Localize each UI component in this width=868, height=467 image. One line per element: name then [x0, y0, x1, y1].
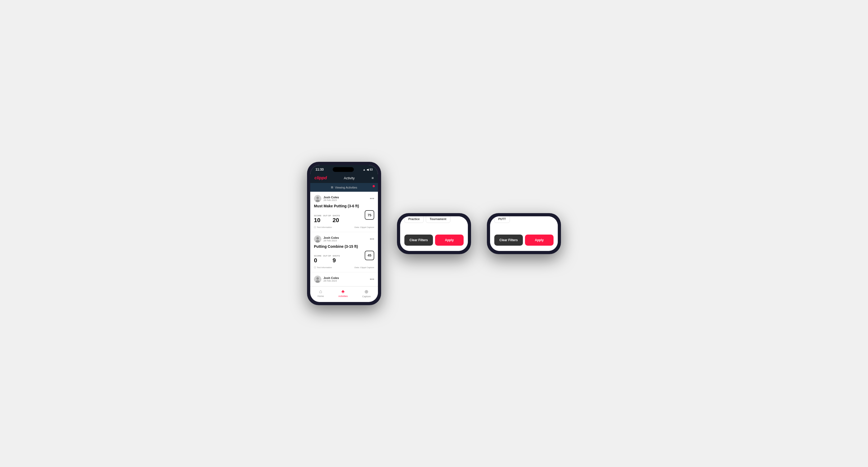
sheet-body-2: Show Rounds Practice Drills Rounds Pract… [400, 216, 468, 231]
activities-icon-1: ♣ [341, 289, 345, 294]
filter-sheet-2: Filter ✕ Show Rounds Practice Drills Rou… [400, 216, 468, 251]
red-dot-1 [373, 185, 375, 187]
more-dots-1[interactable]: ••• [370, 196, 374, 201]
phone-2: 11:33 ▲ ◀ 53 clippd Activity ≡ [397, 213, 471, 254]
practice-round-option-2[interactable]: Practice [404, 216, 424, 223]
user-date-1: 28 Feb 2023 [323, 199, 339, 201]
data-source-1: Data: Clippd Capture [354, 226, 374, 228]
activity-list-1: Josh Coles 28 Feb 2023 ••• Must Make Put… [310, 192, 378, 286]
viewing-bar-text-1: Viewing Activities [335, 186, 357, 189]
nav-capture-1[interactable]: ⊕ Capture [362, 289, 371, 298]
rounds-options-2: Practice Tournament [404, 216, 464, 223]
user-name-3: Josh Coles [323, 276, 339, 280]
viewing-activities-bar-1[interactable]: ⊞ Viewing Activities [310, 183, 378, 192]
sheet-footer-2: Clear Filters Apply [400, 231, 468, 251]
activity-card-3: Josh Coles 28 Feb 2023 ••• [310, 272, 378, 286]
nav-activities-label-1: Activities [338, 295, 348, 298]
shot-quality-badge-2: 45 [365, 251, 374, 260]
screen-1: 11:33 ▲ ◀ 53 clippd Activity ≡ ⊞ [310, 165, 378, 302]
activity-card-1: Josh Coles 28 Feb 2023 ••• Must Make Put… [310, 192, 378, 232]
score-label-2: Score [314, 255, 321, 257]
stats-row-2: Score 0 OUT OF Shots 9 45 [314, 251, 374, 264]
screen-2: 11:33 ▲ ◀ 53 clippd Activity ≡ [400, 216, 468, 251]
bottom-nav-1: ⌂ Home ♣ Activities ⊕ Capture [310, 286, 378, 302]
user-name-2: Josh Coles [323, 236, 339, 239]
avatar-1 [314, 195, 321, 202]
clear-filters-button-2[interactable]: Clear Filters [404, 235, 433, 246]
hamburger-menu-1[interactable]: ≡ [372, 176, 374, 180]
logo-1: clippd [314, 176, 327, 180]
activity-title-1: Must Make Putting (3-6 ft) [314, 204, 374, 208]
header-title-1: Activity [344, 176, 355, 180]
score-label-1: Score [314, 214, 321, 217]
notch-1 [333, 167, 354, 172]
score-group-1: Score 10 [314, 214, 321, 224]
shots-group-2: Shots 9 [333, 255, 340, 264]
shot-quality-value-1: 75 [368, 213, 371, 217]
filter-icon-1: ⊞ [331, 186, 333, 189]
signal-icon: ▲ [363, 168, 366, 171]
nav-home-label-1: Home [317, 295, 324, 298]
shots-label-2: Shots [333, 255, 340, 257]
app-header-1: clippd Activity ≡ [310, 173, 378, 183]
out-of-2: OUT OF [323, 255, 331, 257]
clear-filters-button-3[interactable]: Clear Filters [494, 235, 523, 246]
card-header-3: Josh Coles 28 Feb 2023 ••• [314, 276, 374, 283]
activity-title-2: Putting Combine (3-15 ft) [314, 244, 374, 249]
user-info-3: Josh Coles 28 Feb 2023 [314, 276, 339, 283]
score-value-2: 0 [314, 257, 317, 263]
screen-3: 11:33 ▲ ◀ 53 clippd Activity ≡ [490, 216, 558, 251]
info-icon-1: ⓘ [314, 226, 316, 229]
sheet-footer-3: Clear Filters Apply [490, 231, 558, 251]
capture-icon-1: ⊕ [365, 289, 368, 294]
nav-home-1[interactable]: ⌂ Home [317, 289, 324, 298]
stats-row-1: Score 10 OUT OF Shots 20 75 [314, 210, 374, 224]
avatar-img-2 [314, 236, 321, 243]
test-info-2: ⓘ Test Information [314, 266, 332, 269]
drills-options-3: OTT APP ARG PUTT [494, 216, 554, 223]
out-of-1: OUT OF [323, 214, 331, 217]
user-name-1: Josh Coles [323, 196, 339, 199]
svg-point-1 [316, 197, 319, 199]
svg-point-4 [316, 237, 319, 239]
user-date-3: 28 Feb 2023 [323, 280, 339, 282]
info-icon-2: ⓘ [314, 266, 316, 269]
shot-quality-badge-1: 75 [365, 210, 374, 220]
user-date-2: 28 Feb 2023 [323, 239, 339, 242]
nav-activities-1[interactable]: ♣ Activities [338, 289, 348, 298]
putt-option-3[interactable]: PUTT [494, 216, 510, 223]
card-header-2: Josh Coles 28 Feb 2023 ••• [314, 235, 374, 243]
nav-capture-label-1: Capture [362, 295, 371, 298]
shots-group-1: Shots 20 [333, 214, 340, 224]
apply-button-3[interactable]: Apply [525, 235, 554, 246]
card-footer-1: ⓘ Test Information Data: Clippd Capture [314, 226, 374, 229]
user-details-3: Josh Coles 28 Feb 2023 [323, 276, 339, 282]
test-info-1: ⓘ Test Information [314, 226, 332, 229]
data-source-2: Data: Clippd Capture [354, 266, 374, 269]
tournament-round-option-2[interactable]: Tournament [426, 216, 451, 223]
more-dots-2[interactable]: ••• [370, 237, 374, 241]
wifi-icon: ◀ [367, 168, 369, 171]
score-value-1: 10 [314, 217, 320, 223]
sheet-body-3: Show Rounds Practice Drills Practice Dri… [490, 216, 558, 231]
status-icons-1: ▲ ◀ 53 [363, 168, 373, 171]
scene: 11:33 ▲ ◀ 53 clippd Activity ≡ ⊞ [291, 146, 577, 321]
shots-label-1: Shots [333, 214, 340, 217]
status-time-1: 11:33 [315, 168, 324, 172]
home-icon-1: ⌂ [319, 289, 322, 294]
avatar-3 [314, 276, 321, 283]
battery-icon: 53 [370, 168, 373, 171]
avatar-img-3 [314, 276, 321, 283]
shots-value-2: 9 [333, 257, 336, 263]
shots-value-1: 20 [333, 217, 339, 223]
filter-sheet-3: Filter ✕ Show Rounds Practice Drills Pra… [490, 216, 558, 251]
shot-quality-value-2: 45 [368, 253, 371, 257]
user-details-2: Josh Coles 28 Feb 2023 [323, 236, 339, 242]
apply-button-2[interactable]: Apply [435, 235, 464, 246]
phone-1: 11:33 ▲ ◀ 53 clippd Activity ≡ ⊞ [307, 162, 381, 305]
status-bar-1: 11:33 ▲ ◀ 53 [310, 165, 378, 173]
svg-point-7 [316, 277, 319, 280]
activity-card-2: Josh Coles 28 Feb 2023 ••• Putting Combi… [310, 232, 378, 273]
more-dots-3[interactable]: ••• [370, 277, 374, 281]
user-info-1: Josh Coles 28 Feb 2023 [314, 195, 339, 202]
